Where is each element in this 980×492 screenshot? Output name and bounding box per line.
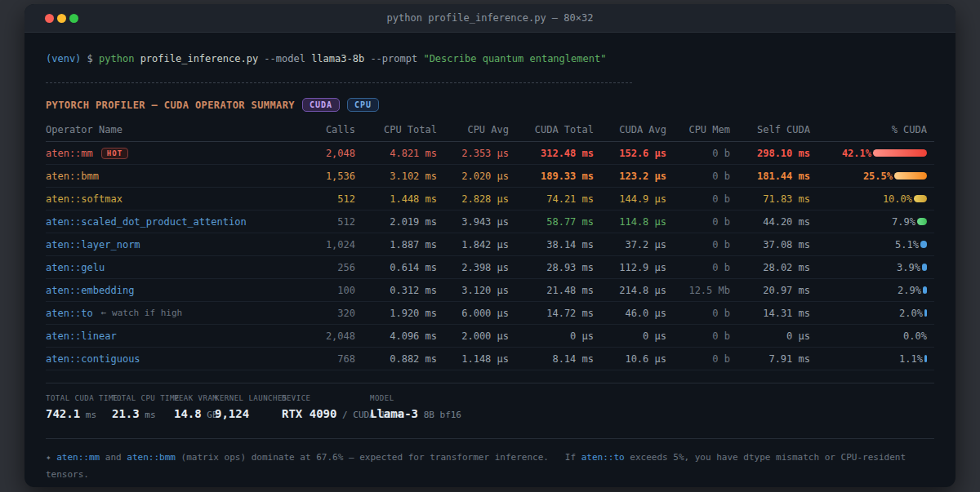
footer-token: and <box>100 452 127 463</box>
pct-cuda-cell: 10.0% <box>810 193 934 205</box>
metric-cell: 0 b <box>666 330 730 342</box>
pct-cuda-cell: 25.5% <box>810 171 934 182</box>
metric-cell: 2.828 µs <box>437 193 509 205</box>
metric-cell: 0 b <box>666 308 730 319</box>
metric-cell: 3.102 ms <box>355 171 437 182</box>
operator-name-cell: aten::to← watch if high <box>46 308 290 319</box>
command-token: (venv) <box>46 53 81 64</box>
metric-cell: 512 <box>290 193 355 205</box>
metric-cell: 0 b <box>666 193 730 205</box>
pct-cuda-cell: 1.1% <box>810 353 934 365</box>
stat-item: KERNEL LAUNCHES9,124 <box>215 394 282 420</box>
operator-name: aten::mm <box>46 148 93 159</box>
pct-bar <box>922 264 927 271</box>
stat-label: MODEL <box>370 394 461 402</box>
column-header: Calls <box>290 124 355 135</box>
section-title: PYTORCH PROFILER — CUDA OPERATOR SUMMARY <box>46 100 295 111</box>
stat-value: 9,124 <box>215 407 282 420</box>
operator-name-cell: aten::gelu <box>46 262 290 273</box>
metric-cell: 114.8 µs <box>594 216 666 228</box>
footer-divider <box>46 438 934 439</box>
footer-token: (matrix ops) dominate at 67.6% — expecte… <box>176 452 581 463</box>
stats-divider <box>46 383 934 383</box>
profiler-table: Operator NameCallsCPU TotalCPU AvgCUDA T… <box>46 118 934 370</box>
section-header: PYTORCH PROFILER — CUDA OPERATOR SUMMARY… <box>46 98 934 112</box>
pct-cuda-cell: 42.1% <box>810 148 934 159</box>
pct-bar <box>924 355 927 362</box>
metric-cell: 320 <box>290 308 355 319</box>
footer-token: aten::bmm <box>127 452 176 463</box>
metric-cell: 74.21 ms <box>509 193 594 205</box>
command-token: profile_inference.py <box>140 53 265 64</box>
table-header-row: Operator NameCallsCPU TotalCPU AvgCUDA T… <box>46 118 934 142</box>
hot-badge: HOT <box>101 148 128 159</box>
window-controls <box>24 14 78 23</box>
metric-cell: 8.14 ms <box>509 353 594 365</box>
metric-cell: 214.8 µs <box>594 285 666 296</box>
close-button[interactable] <box>45 14 54 23</box>
metric-cell: 46.0 µs <box>594 308 666 319</box>
metric-cell: 10.6 µs <box>594 353 666 365</box>
stat-value: Llama-3 8B bf16 <box>370 407 461 420</box>
pct-bar <box>924 309 927 317</box>
metric-cell: 28.93 ms <box>509 262 594 273</box>
metric-cell: 0 b <box>666 353 730 365</box>
stat-value: 14.8 GB <box>174 407 215 420</box>
maximize-button[interactable] <box>69 14 78 23</box>
footer-token: exceeds 5%, you have dtype mismatch or C… <box>625 452 906 463</box>
operator-name-cell: aten::bmm <box>46 171 290 182</box>
metric-cell: 1,536 <box>290 171 355 182</box>
footer-token: aten::mm <box>56 452 100 463</box>
metric-cell: 3.120 µs <box>437 285 509 296</box>
metric-cell: 0 b <box>666 148 730 159</box>
metric-cell: 0 µs <box>594 330 666 342</box>
operator-name-cell: aten::layer_norm <box>46 239 290 250</box>
column-header: CPU Mem <box>666 124 730 135</box>
operator-name-cell: aten::contiguous <box>46 353 290 365</box>
column-header: Self CUDA <box>730 124 810 135</box>
metric-cell: 0 b <box>666 171 730 182</box>
stat-item: DEVICERTX 4090 / CUDA 12.4 <box>282 394 370 420</box>
stat-item: TOTAL CPU TIME21.3 ms <box>112 394 174 420</box>
dashed-divider <box>46 82 632 83</box>
operator-name: aten::to <box>46 308 93 319</box>
window-title: python profile_inference.py — 80×32 <box>24 12 956 24</box>
metric-cell: 14.72 ms <box>509 308 594 319</box>
row-note: ← watch if high <box>101 308 182 318</box>
footer-token: tensors. <box>46 469 89 480</box>
metric-cell: 512 <box>290 216 355 228</box>
footer-token: ✦ <box>46 452 56 463</box>
pct-bar <box>923 286 927 294</box>
pct-cuda-cell: 3.9% <box>810 262 934 273</box>
pct-cuda-cell: 0.0% <box>810 330 934 342</box>
summary-stats: TOTAL CUDA TIME742.1 msTOTAL CPU TIME21.… <box>46 394 934 420</box>
pct-label: 7.9% <box>892 216 915 228</box>
operator-name: aten::bmm <box>46 171 99 182</box>
pct-bar <box>914 195 927 202</box>
metric-cell: 3.943 µs <box>437 216 509 228</box>
column-header: Operator Name <box>46 124 290 135</box>
operator-name-cell: aten::scaled_dot_product_attention <box>46 216 290 228</box>
metric-cell: 44.20 ms <box>730 216 810 228</box>
terminal-content[interactable]: (venv) $ python profile_inference.py --m… <box>24 33 956 483</box>
pct-label: 10.0% <box>883 193 912 205</box>
metric-cell: 58.77 ms <box>509 216 594 228</box>
table-row: aten::to← watch if high3201.920 ms6.000 … <box>46 302 934 325</box>
metric-cell: 2.019 ms <box>355 216 437 228</box>
metric-cell: 2,048 <box>290 148 355 159</box>
operator-name: aten::contiguous <box>46 353 140 365</box>
metric-cell: 298.10 ms <box>730 148 810 159</box>
metric-cell: 0 b <box>666 216 730 228</box>
pct-cuda-cell: 7.9% <box>810 216 934 228</box>
titlebar[interactable]: python profile_inference.py — 80×32 <box>24 4 956 33</box>
pct-label: 1.1% <box>899 353 923 365</box>
metric-cell: 2.000 µs <box>437 330 509 342</box>
pct-bar <box>917 218 927 225</box>
column-header: CPU Total <box>355 124 437 135</box>
pct-label: 0.0% <box>903 330 927 342</box>
metric-cell: 2.353 µs <box>437 148 509 159</box>
operator-name-cell: aten::linear <box>46 330 290 342</box>
metric-cell: 0 b <box>666 262 730 273</box>
metric-cell: 0 µs <box>509 330 594 342</box>
minimize-button[interactable] <box>57 14 66 23</box>
